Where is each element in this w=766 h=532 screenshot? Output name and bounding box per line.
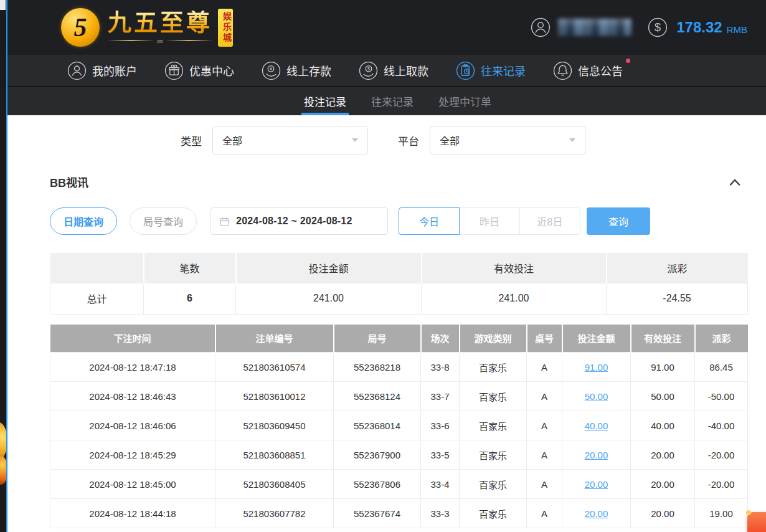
main-navigation: 我的账户 优惠中心 ¥ [7, 55, 766, 86]
svg-text:$: $ [655, 21, 661, 34]
sub-tab-bar: 投注记录 往来记录 处理中订单 [7, 86, 766, 115]
logo-text-wrap: 九五至尊 ∞ [107, 11, 213, 45]
cell-valid-bet: 20.00 [631, 470, 695, 499]
query-toolbar: 日期查询 局号查询 2024-08-12 ~ 2024-08-12 今日 昨日 … [50, 207, 766, 235]
cell-bet-time: 2024-08-12 18:47:18 [50, 353, 215, 382]
today-button[interactable]: 今日 [399, 207, 460, 235]
user-avatar-icon[interactable] [531, 17, 551, 37]
date-query-button[interactable]: 日期查询 [50, 207, 117, 235]
bell-icon [553, 61, 572, 80]
cell-bet-time: 2024-08-12 18:45:29 [50, 440, 215, 470]
nav-label: 线上存款 [286, 62, 331, 78]
nav-item-online-withdraw[interactable]: $ 线上取款 [359, 61, 428, 80]
col-bet-time: 下注时间 [50, 325, 215, 353]
logo-flourish: ∞ [107, 37, 213, 45]
background-window-top [0, 0, 6, 10]
col-round-no: 局号 [334, 325, 421, 353]
summary-valid-bet: 241.00 [422, 283, 607, 314]
date-range-input[interactable]: 2024-08-12 ~ 2024-08-12 [210, 207, 388, 235]
record-clipboard-icon [456, 61, 475, 80]
cell-order-no: 521803610574 [215, 353, 334, 382]
bet-amount-link[interactable]: 91.00 [585, 362, 608, 373]
balance-amount: 178.32 [676, 19, 722, 36]
bet-amount-link[interactable]: 20.00 [585, 508, 608, 519]
cell-order-no: 521803607782 [215, 499, 334, 528]
main-page: 5 九五至尊 ∞ 娱乐城 $ [7, 0, 766, 532]
section-title: BB视讯 [50, 174, 88, 190]
table-row: 2024-08-12 18:45:00 521803608405 5523678… [50, 470, 748, 499]
cell-session: 33-8 [421, 353, 460, 382]
cell-payout: 19.00 [695, 499, 748, 528]
filter-row: 类型 全部 平台 全部 [181, 126, 766, 154]
records-header-row: 下注时间 注单编号 局号 场次 游戏类别 桌号 投注金额 有效投注 派彩 [50, 325, 748, 353]
yesterday-button[interactable]: 昨日 [459, 207, 520, 235]
nav-item-announcements[interactable]: 信息公告 [553, 61, 623, 80]
cell-table-no: A [527, 499, 562, 528]
cell-valid-bet: 91.00 [631, 353, 695, 382]
site-logo[interactable]: 5 九五至尊 ∞ 娱乐城 [61, 8, 233, 47]
cell-game-type: 百家乐 [460, 382, 527, 411]
tab-transaction-records[interactable]: 往来记录 [370, 87, 415, 115]
cell-game-type: 百家乐 [460, 470, 527, 499]
logo-text: 九五至尊 [108, 11, 212, 34]
col-table-no: 桌号 [527, 325, 562, 353]
cell-payout: -20.00 [695, 440, 748, 470]
header-account-area: $ 178.32 RMB [531, 0, 747, 55]
cell-round-no: 552368014 [334, 411, 421, 440]
bet-amount-link[interactable]: 50.00 [585, 391, 608, 402]
bet-amount-link[interactable]: 20.00 [585, 479, 608, 490]
nav-label: 我的账户 [92, 62, 137, 78]
nav-item-my-account[interactable]: 我的账户 [67, 61, 137, 80]
last-8-days-button[interactable]: 近8日 [519, 207, 580, 235]
summary-header-count: 笔数 [144, 253, 236, 283]
caret-down-icon [352, 138, 358, 142]
table-row: 2024-08-12 18:44:18 521803607782 5523676… [50, 499, 748, 528]
cell-order-no: 521803608405 [215, 470, 334, 499]
cell-game-type: 百家乐 [460, 411, 527, 440]
summary-bet-amount: 241.00 [236, 283, 422, 314]
section-header: BB视讯 [7, 174, 766, 190]
search-button[interactable]: 查询 [587, 207, 650, 235]
nav-item-transaction-records[interactable]: 往来记录 [456, 61, 526, 80]
chevron-up-icon[interactable] [727, 176, 742, 188]
summary-payout: -24.55 [607, 283, 748, 314]
gift-icon [164, 61, 184, 80]
cell-round-no: 552368124 [334, 382, 421, 411]
date-range-value: 2024-08-12 ~ 2024-08-12 [236, 216, 352, 227]
platform-filter-label: 平台 [398, 133, 419, 148]
platform-select[interactable]: 全部 [430, 126, 585, 154]
bet-amount-link[interactable]: 20.00 [585, 450, 608, 460]
col-valid-bet: 有效投注 [631, 325, 695, 353]
cell-bet-time: 2024-08-12 18:46:06 [50, 411, 215, 440]
tab-bet-records[interactable]: 投注记录 [303, 87, 348, 115]
svg-text:¥: ¥ [270, 65, 273, 71]
logo-badge: 娱乐城 [218, 9, 233, 47]
type-select[interactable]: 全部 [212, 126, 368, 154]
cell-session: 33-7 [421, 382, 460, 411]
cell-round-no: 552367806 [334, 470, 421, 499]
col-bet-amount: 投注金额 [562, 325, 631, 353]
col-game-type: 游戏类别 [460, 325, 527, 353]
quick-date-segment: 今日 昨日 近8日 [399, 207, 580, 235]
nav-label: 往来记录 [481, 62, 526, 78]
col-order-no: 注单编号 [215, 325, 334, 353]
bet-amount-link[interactable]: 40.00 [585, 420, 608, 431]
cell-session: 33-6 [421, 411, 460, 440]
tab-label: 处理中订单 [438, 93, 491, 109]
nav-item-online-deposit[interactable]: ¥ 线上存款 [262, 61, 331, 80]
records-table: 下注时间 注单编号 局号 场次 游戏类别 桌号 投注金额 有效投注 派彩 202… [50, 325, 748, 529]
summary-table: 笔数 投注金额 有效投注 派彩 总计 6 241.00 241.00 -24.5… [50, 253, 748, 315]
balance-currency: RMB [727, 21, 747, 35]
cell-valid-bet: 40.00 [631, 411, 695, 440]
balance-dollar-icon[interactable]: $ [648, 17, 668, 37]
summary-header-blank [50, 253, 144, 283]
cell-bet-time: 2024-08-12 18:45:00 [50, 470, 215, 499]
nav-item-promotions[interactable]: 优惠中心 [164, 61, 234, 80]
round-query-button[interactable]: 局号查询 [130, 207, 197, 235]
background-window-strip [0, 0, 6, 532]
promo-red-envelope[interactable] [747, 512, 766, 532]
cell-table-no: A [527, 440, 562, 470]
tab-pending-orders[interactable]: 处理中订单 [437, 87, 493, 115]
logo-mark-icon: 5 [61, 8, 100, 47]
col-payout: 派彩 [695, 325, 748, 353]
